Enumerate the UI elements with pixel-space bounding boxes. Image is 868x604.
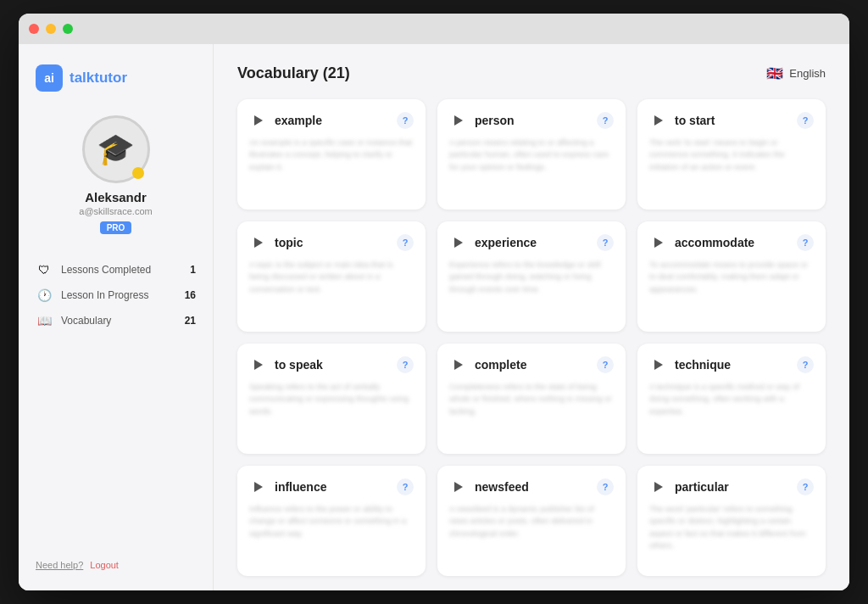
vocab-word: example <box>275 114 322 127</box>
play-button[interactable] <box>449 111 468 130</box>
card-left: influence <box>249 478 326 496</box>
clock-icon: 🕐 <box>36 287 53 304</box>
vocab-card: newsfeed ? A newsfeed is a dynamic publi… <box>437 466 626 576</box>
play-triangle-icon <box>654 115 663 126</box>
card-left: newsfeed <box>449 478 529 496</box>
avatar-icon: 🎓 <box>97 131 135 167</box>
vocab-card: experience ? Experience refers to the kn… <box>437 221 626 332</box>
info-button[interactable]: ? <box>397 356 414 373</box>
vocab-description: A topic is the subject or main idea that… <box>249 259 414 295</box>
avatar-badge <box>132 167 144 179</box>
minimize-dot[interactable] <box>46 24 56 34</box>
avatar: 🎓 <box>82 115 150 183</box>
play-button[interactable] <box>249 478 268 496</box>
sidebar-footer: Need help? Logout <box>36 560 196 570</box>
language-selector[interactable]: 🇬🇧 English <box>765 67 826 81</box>
maximize-dot[interactable] <box>63 24 73 34</box>
vocab-description: The verb 'to start' means to begin or co… <box>649 137 814 173</box>
info-button[interactable]: ? <box>797 356 814 373</box>
vocab-card: particular ? The word 'particular' refer… <box>637 466 826 576</box>
play-triangle-icon <box>654 238 663 248</box>
info-button[interactable]: ? <box>597 112 614 129</box>
play-button[interactable] <box>249 111 268 130</box>
info-button[interactable]: ? <box>397 234 414 251</box>
card-header: person ? <box>449 111 614 130</box>
vocab-card: topic ? A topic is the subject or main i… <box>237 221 426 332</box>
info-button[interactable]: ? <box>397 478 414 495</box>
vocab-description: Experience refers to the knowledge or sk… <box>449 259 614 295</box>
card-header: experience ? <box>449 233 614 252</box>
info-button[interactable]: ? <box>397 112 414 129</box>
play-triangle-icon <box>454 115 463 126</box>
vocab-description: A technique is a specific method or way … <box>649 381 814 417</box>
info-button[interactable]: ? <box>597 478 614 495</box>
info-button[interactable]: ? <box>597 234 614 251</box>
info-button[interactable]: ? <box>797 478 814 495</box>
play-button[interactable] <box>649 233 668 252</box>
play-button[interactable] <box>249 355 268 374</box>
card-left: person <box>449 111 515 130</box>
logo-icon: ai <box>36 64 63 92</box>
card-header: newsfeed ? <box>449 478 614 496</box>
stat-vocabulary[interactable]: 📖 Vocabulary 21 <box>36 312 196 329</box>
page-title: Vocabulary (21) <box>237 64 350 82</box>
play-button[interactable] <box>449 355 468 374</box>
vocab-description: An example is a specific case or instanc… <box>249 137 414 173</box>
logo-brand: talktutor <box>70 70 127 87</box>
card-left: topic <box>249 233 303 252</box>
stat-lessons-completed[interactable]: 🛡 Lessons Completed 1 <box>36 261 196 278</box>
logout-link[interactable]: Logout <box>90 560 119 570</box>
card-header: accommodate ? <box>649 233 814 252</box>
info-button[interactable]: ? <box>597 356 614 373</box>
stat-count-vocab: 21 <box>185 315 196 327</box>
sidebar: ai talktutor 🎓 Aleksandr a@skillsrace.co… <box>19 44 214 590</box>
play-triangle-icon <box>454 482 463 492</box>
vocab-description: A newsfeed is a dynamic publisher list o… <box>449 503 614 540</box>
vocab-card: influence ? Influence refers to the powe… <box>237 466 426 576</box>
vocab-description: Completeness refers to the state of bein… <box>449 381 614 417</box>
play-triangle-icon <box>254 482 263 492</box>
vocab-word: to start <box>675 114 715 127</box>
stat-count-progress: 16 <box>185 289 196 301</box>
stat-label-lessons: Lessons Completed <box>61 264 181 276</box>
flag-icon: 🇬🇧 <box>765 67 784 81</box>
card-header: particular ? <box>649 478 814 496</box>
play-button[interactable] <box>249 233 268 252</box>
app-body: ai talktutor 🎓 Aleksandr a@skillsrace.co… <box>19 44 849 590</box>
play-button[interactable] <box>449 233 468 252</box>
main-header: Vocabulary (21) 🇬🇧 English <box>237 64 826 82</box>
vocab-word: particular <box>675 480 729 494</box>
vocab-description: Speaking refers to the act of verbally c… <box>249 381 414 417</box>
card-header: technique ? <box>649 355 814 374</box>
lang-label: English <box>789 67 826 80</box>
vocab-word: technique <box>675 358 731 372</box>
vocabulary-grid: example ? An example is a specific case … <box>237 99 826 576</box>
stat-lesson-progress[interactable]: 🕐 Lesson In Progress 16 <box>36 287 196 304</box>
vocab-word: influence <box>275 480 326 494</box>
vocab-description: The word 'particular' refers to somethin… <box>649 503 814 551</box>
card-left: complete <box>449 355 526 374</box>
help-link[interactable]: Need help? <box>36 560 83 570</box>
play-triangle-icon <box>454 360 463 370</box>
card-header: influence ? <box>249 478 414 496</box>
pro-badge: PRO <box>100 221 132 234</box>
card-left: example <box>249 111 322 130</box>
user-email: a@skillsrace.com <box>79 206 152 216</box>
play-button[interactable] <box>649 355 668 374</box>
main-content: Vocabulary (21) 🇬🇧 English example ? An … <box>214 44 849 590</box>
card-left: to speak <box>249 355 323 374</box>
vocab-description: Influence refers to the power or ability… <box>249 503 414 540</box>
vocab-card: complete ? Completeness refers to the st… <box>437 344 626 454</box>
vocab-card: accommodate ? To accommodate means to pr… <box>637 221 826 332</box>
vocab-description: A person means relating to or affecting … <box>449 137 614 173</box>
play-button[interactable] <box>449 478 468 496</box>
play-button[interactable] <box>649 478 668 496</box>
card-left: technique <box>649 355 731 374</box>
user-profile: 🎓 Aleksandr a@skillsrace.com PRO <box>36 115 196 234</box>
play-triangle-icon <box>254 238 263 248</box>
info-button[interactable]: ? <box>797 234 814 251</box>
info-button[interactable]: ? <box>797 112 814 129</box>
close-dot[interactable] <box>29 24 39 34</box>
play-button[interactable] <box>649 111 668 130</box>
vocab-word: experience <box>475 236 537 249</box>
